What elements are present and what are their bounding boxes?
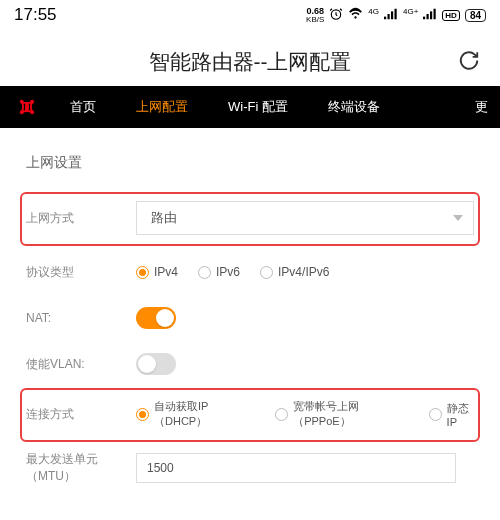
mtu-row: 最大发送单元（MTU） 1500 <box>26 446 474 490</box>
svg-rect-4 <box>394 9 396 20</box>
battery-icon: 84 <box>465 9 486 22</box>
conn-radio-static[interactable]: 静态IP <box>429 399 474 429</box>
svg-rect-8 <box>434 9 436 20</box>
radio-icon <box>260 266 273 279</box>
wan-mode-select[interactable]: 路由 <box>136 201 474 235</box>
nav-more[interactable]: 更 <box>455 98 494 116</box>
signal-bars-icon <box>384 8 398 22</box>
nav-wifi-config[interactable]: Wi-Fi 配置 <box>208 98 308 116</box>
radio-icon <box>429 408 442 421</box>
mtu-label: 最大发送单元（MTU） <box>26 451 136 485</box>
svg-rect-13 <box>25 103 29 111</box>
nat-toggle[interactable] <box>136 307 176 329</box>
refresh-button[interactable] <box>458 50 480 75</box>
protocol-radio-ipv6[interactable]: IPv6 <box>198 265 240 279</box>
wan-mode-label: 上网方式 <box>26 210 136 227</box>
title-bar: 智能路由器--上网配置 <box>0 38 500 86</box>
protocol-row: 协议类型 IPv4 IPv6 IPv4/IPv6 <box>26 250 474 294</box>
data-speed: 0.68 KB/S <box>306 7 324 24</box>
protocol-label: 协议类型 <box>26 264 136 281</box>
nav-wan-config[interactable]: 上网配置 <box>116 98 208 116</box>
svg-rect-1 <box>384 17 386 20</box>
mtu-input[interactable]: 1500 <box>136 453 456 483</box>
hd-icon: HD <box>442 10 460 21</box>
mtu-control: 1500 <box>136 453 474 483</box>
wan-mode-control: 路由 <box>136 201 474 235</box>
status-bar: 17:55 0.68 KB/S 4G 4G+ HD 84 <box>0 0 500 30</box>
page-title: 智能路由器--上网配置 <box>149 48 352 76</box>
protocol-radio-ipv4ipv6[interactable]: IPv4/IPv6 <box>260 265 329 279</box>
svg-rect-2 <box>387 14 389 19</box>
vlan-row: 使能VLAN: <box>26 342 474 386</box>
protocol-radio-ipv4[interactable]: IPv4 <box>136 265 178 279</box>
section-title: 上网设置 <box>26 154 474 172</box>
vlan-control <box>136 353 474 375</box>
conn-radio-dhcp[interactable]: 自动获取IP（DHCP） <box>136 399 249 429</box>
clock: 17:55 <box>14 5 57 25</box>
wifi-icon <box>348 7 363 23</box>
wan-mode-value: 路由 <box>151 209 177 227</box>
conn-type-highlight: 连接方式 自动获取IP（DHCP） 宽带帐号上网（PPPoE） 静态IP <box>20 388 480 442</box>
nat-control <box>136 307 474 329</box>
content-area: 上网设置 上网方式 路由 协议类型 IPv4 IPv6 <box>0 128 500 490</box>
svg-rect-3 <box>391 11 393 19</box>
wan-mode-highlight: 上网方式 路由 <box>20 192 480 246</box>
conn-type-label: 连接方式 <box>26 406 136 423</box>
nav-home[interactable]: 首页 <box>50 98 116 116</box>
svg-rect-6 <box>427 14 429 19</box>
nav-devices[interactable]: 终端设备 <box>308 98 400 116</box>
nat-row: NAT: <box>26 296 474 340</box>
radio-icon <box>136 408 149 421</box>
nat-label: NAT: <box>26 311 136 325</box>
unicom-logo-icon <box>12 92 42 122</box>
nav-bar: 首页 上网配置 Wi-Fi 配置 终端设备 更 <box>0 86 500 128</box>
vlan-toggle[interactable] <box>136 353 176 375</box>
status-icons: 0.68 KB/S 4G 4G+ HD 84 <box>306 7 486 24</box>
conn-type-control: 自动获取IP（DHCP） 宽带帐号上网（PPPoE） 静态IP <box>136 399 474 429</box>
signal-4gplus-icon: 4G+ <box>403 7 418 16</box>
signal-4g-icon: 4G <box>368 7 379 16</box>
protocol-control: IPv4 IPv6 IPv4/IPv6 <box>136 265 474 279</box>
radio-icon <box>275 408 288 421</box>
svg-rect-7 <box>430 11 432 19</box>
signal-bars2-icon <box>423 8 437 22</box>
vlan-label: 使能VLAN: <box>26 356 136 373</box>
alarm-icon <box>329 7 343 23</box>
conn-type-row: 连接方式 自动获取IP（DHCP） 宽带帐号上网（PPPoE） 静态IP <box>26 392 474 436</box>
conn-radio-pppoe[interactable]: 宽带帐号上网（PPPoE） <box>275 399 402 429</box>
radio-icon <box>198 266 211 279</box>
svg-rect-5 <box>423 17 425 20</box>
radio-icon <box>136 266 149 279</box>
wan-mode-row: 上网方式 路由 <box>26 196 474 240</box>
